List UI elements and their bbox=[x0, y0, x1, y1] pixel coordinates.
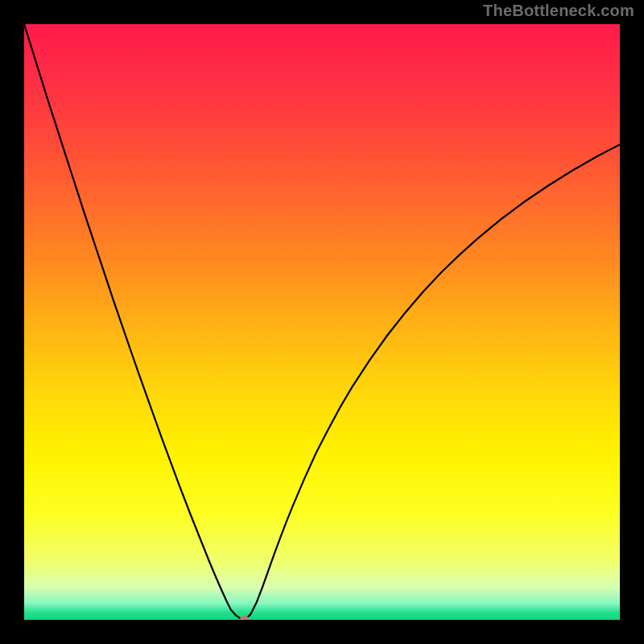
gradient-background bbox=[24, 24, 620, 620]
watermark-text: TheBottleneck.com bbox=[483, 2, 634, 20]
chart-container: TheBottleneck.com bbox=[0, 0, 644, 644]
plot-area bbox=[24, 24, 620, 620]
chart-svg bbox=[24, 24, 620, 620]
